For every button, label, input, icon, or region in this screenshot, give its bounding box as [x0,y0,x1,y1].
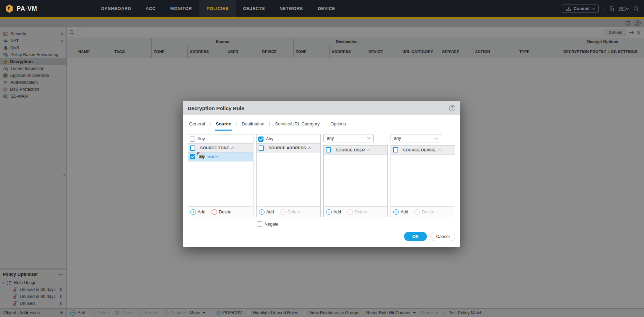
dialog-header: Decryption Policy Rule ? [183,101,460,115]
tab-separator [325,122,325,127]
nav-right-controls: Commit | [562,0,644,17]
delete-button[interactable]: Delete [212,209,231,215]
negate-option[interactable]: Negate [257,221,460,227]
edited-marker [197,152,200,155]
brand-name: PA-VM [17,5,37,12]
add-button[interactable]: Add [190,209,205,215]
top-nav: PA-VM DASHBOARD ACC MONITOR POLICIES OBJ… [0,0,644,17]
source-user-actions: Add Delete [324,206,387,217]
select-all-checkbox[interactable] [190,146,195,151]
tab-general[interactable]: General [188,119,206,131]
delete-icon [212,209,217,215]
nav-item-objects[interactable]: OBJECTS [236,0,272,17]
zone-row-inside[interactable]: Inside [188,152,253,161]
source-device-list [391,155,455,206]
pa-logo-icon [5,4,14,13]
ok-button[interactable]: OK [404,232,427,241]
dropdown-value: any [327,136,334,141]
tab-options[interactable]: Options [330,119,347,131]
source-address-list [257,152,320,206]
source-zone-list: Inside [188,152,253,206]
any-checkbox[interactable] [190,137,195,142]
nav-separator: | [603,6,605,12]
source-address-any[interactable]: Any [257,134,320,143]
source-user-list [324,155,387,206]
zone-row-label: Inside [206,155,218,159]
source-device-dropdown[interactable]: any [391,134,441,142]
negate-checkbox[interactable] [257,221,262,227]
any-checkbox[interactable] [258,137,263,142]
tab-source[interactable]: Source [215,119,232,131]
negate-label: Negate [265,222,278,227]
add-icon [393,209,399,215]
row-checkbox[interactable] [190,154,195,159]
delete-button[interactable]: Delete [347,209,367,215]
source-device-column: any SOURCE DEVICE Add Delete [391,134,455,217]
push-chevron-icon [626,7,629,10]
commit-icon [566,6,571,11]
delete-icon [347,209,353,215]
commit-button[interactable]: Commit [562,5,599,13]
column-header-label: SOURCE ADDRESS [266,146,308,150]
add-icon [326,209,332,215]
source-user-list-header[interactable]: SOURCE USER [324,146,387,155]
delete-button[interactable]: Delete [414,209,434,215]
source-zone-any[interactable]: Any [188,134,253,143]
chevron-down-icon [435,136,438,140]
add-button[interactable]: Add [393,209,408,215]
tab-separator [269,122,270,127]
select-all-checkbox[interactable] [393,147,398,152]
dialog-title: Decryption Policy Rule [188,105,244,111]
add-button[interactable]: Add [259,209,274,215]
commit-chevron-icon [592,7,595,10]
global-search-icon[interactable] [633,6,639,12]
source-zone-actions: Add Delete [188,206,253,217]
source-zone-list-header[interactable]: SOURCE ZONE [188,143,253,152]
add-icon [259,209,265,215]
nav-item-acc[interactable]: ACC [138,0,163,17]
nav-item-device[interactable]: DEVICE [311,0,342,17]
zone-icon [199,155,205,159]
nav-item-monitor[interactable]: MONITOR [163,0,199,17]
nav-item-network[interactable]: NETWORK [272,0,311,17]
nav-item-dashboard[interactable]: DASHBOARD [94,0,138,17]
add-button[interactable]: Add [326,209,341,215]
tab-service-url-category[interactable]: Service/URL Category [274,119,320,131]
column-header-label: SOURCE DEVICE [400,148,438,152]
any-label: Any [266,137,274,141]
delete-icon [280,209,286,215]
tab-destination[interactable]: Destination [241,119,265,131]
cancel-button[interactable]: Cancel [430,232,455,241]
sort-ascending-icon [231,147,235,150]
sort-ascending-icon [308,147,311,150]
dialog-tabs: General Source Destination Service/URL C… [183,115,460,131]
source-address-column: Any SOURCE ADDRESS Add Delete [256,134,321,217]
delete-icon [414,209,420,215]
source-user-dropdown[interactable]: any [323,134,374,142]
delete-button[interactable]: Delete [280,209,300,215]
dialog-help-icon[interactable]: ? [449,105,455,111]
source-columns: Any SOURCE ZONE Inside [183,131,460,217]
config-push-icon[interactable] [619,6,629,11]
chevron-down-icon [367,136,371,140]
nav-item-policies[interactable]: POLICIES [199,0,236,17]
select-all-checkbox[interactable] [326,147,331,152]
brand: PA-VM [0,0,42,17]
tab-separator [236,122,236,127]
commit-label: Commit [574,6,590,11]
tab-separator [210,122,211,127]
source-device-actions: Add Delete [391,206,455,217]
select-all-checkbox[interactable] [259,146,264,151]
source-zone-column: Any SOURCE ZONE Inside [188,134,253,217]
any-label: Any [197,137,205,141]
lock-icon[interactable] [609,6,614,11]
source-address-actions: Add Delete [257,206,320,217]
nav-menu: DASHBOARD ACC MONITOR POLICIES OBJECTS N… [94,0,342,17]
source-address-list-header[interactable]: SOURCE ADDRESS [257,143,320,152]
source-device-list-header[interactable]: SOURCE DEVICE [391,146,455,155]
source-user-column: any SOURCE USER Add Delete [323,134,388,217]
column-header-label: SOURCE USER [333,148,367,152]
screen: PA-VM DASHBOARD ACC MONITOR POLICIES OBJ… [0,0,644,317]
add-icon [190,209,196,215]
decryption-policy-rule-dialog: Decryption Policy Rule ? General Source … [183,101,460,247]
